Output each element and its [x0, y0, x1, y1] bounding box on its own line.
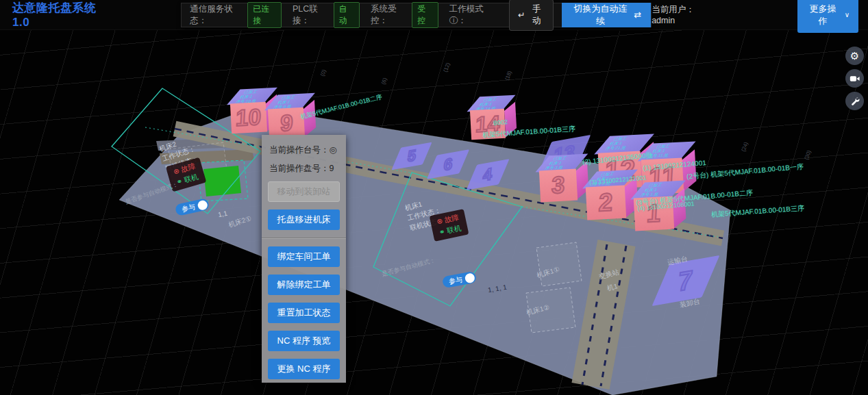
toggle-label: 参与	[181, 202, 196, 214]
status-item-1: PLC联接：自动	[293, 2, 360, 28]
chevron-down-icon: ∨	[845, 11, 850, 18]
header: 达意隆托盘系统 1.0 通信服务状态：已连接PLC联接：自动系统受控：受控 工作…	[0, 0, 868, 30]
link-icon: ⚭	[438, 227, 448, 236]
cube-number: 3	[551, 172, 565, 199]
status-label: 系统受控：	[371, 3, 410, 27]
cube-number: 10	[236, 104, 262, 131]
station-value: ◎	[330, 145, 337, 155]
cube-front: 10	[230, 102, 267, 134]
current-user: 当前用户：admin	[652, 4, 715, 25]
app-title: 达意隆托盘系统 1.0	[12, 0, 112, 29]
status-items: 通信服务状态：已连接PLC联接：自动系统受控：受控	[190, 2, 449, 28]
status-badge: 已连接	[247, 2, 282, 28]
status-badge: 受控	[412, 2, 438, 28]
cube-front: 2	[586, 186, 626, 220]
tools-button[interactable]	[845, 92, 864, 110]
toggle-knob	[197, 199, 208, 211]
fault-icon: ⊗	[173, 166, 183, 176]
wrench-icon	[850, 97, 860, 106]
menu-button-1[interactable]: 托盘移进机床	[268, 209, 340, 230]
gear-icon: ⚙	[850, 51, 859, 61]
menu-button-0[interactable]: 移动到装卸站	[268, 181, 340, 202]
manual-mode-button[interactable]: ↵ 手动	[509, 0, 554, 31]
work-mode: 工作模式ⓘ：	[449, 3, 498, 27]
tile-number: 4	[482, 164, 493, 185]
context-menu: 当前操作台号：◎ 当前操作盘号：9 移动到装卸站托盘移进机床绑定车间工单解除绑定…	[262, 135, 346, 383]
toggle-knob	[464, 272, 475, 283]
menu-button-2[interactable]: 绑定车间工单	[268, 246, 340, 267]
settings-button[interactable]: ⚙	[845, 47, 864, 65]
more-actions-button[interactable]: 更多操作 ∨	[797, 0, 858, 33]
switch-icon: ⇄	[634, 10, 641, 20]
status-item-0: 通信服务状态：已连接	[190, 2, 282, 28]
work-mode-label: 工作模式ⓘ：	[449, 3, 498, 27]
status-bar: 通信服务状态：已连接PLC联接：自动系统受控：受控 工作模式ⓘ： ↵ 手动 切换…	[181, 3, 652, 27]
tile-number: 7	[677, 264, 694, 297]
camera-icon	[850, 75, 860, 83]
menu-button-5[interactable]: NC 程序 预览	[268, 331, 340, 351]
status-label: PLC联接：	[293, 3, 332, 27]
scene-3d: 564137 已加工机床:1序号:10,批10已加工机床:1序号:9,批9已加工…	[0, 30, 868, 395]
menu-buttons: 移动到装卸站托盘移进机床绑定车间工单解除绑定工单重置加工状态NC 程序 预览更换…	[268, 181, 340, 379]
tile-number: 6	[443, 154, 454, 175]
machine-zone-1	[536, 242, 582, 286]
status-item-2: 系统受控：受控	[371, 2, 438, 28]
pallet-value: 9	[330, 164, 334, 173]
menu-divider	[262, 238, 346, 238]
menu-button-4[interactable]: 重置加工状态	[268, 303, 340, 323]
camera-button[interactable]	[845, 69, 864, 88]
menu-button-3[interactable]: 解除绑定工单	[268, 275, 340, 295]
status-label: 通信服务状态：	[190, 3, 246, 27]
return-icon: ↵	[518, 10, 525, 20]
status-badge: 自动	[334, 2, 360, 28]
menu-button-6[interactable]: 更换 NC 程序	[268, 359, 340, 379]
cube-number: 2	[598, 188, 613, 218]
pallet-info: 当前操作盘号：9	[269, 163, 340, 175]
cube-number: 9	[280, 110, 293, 137]
toggle-label: 参与	[448, 275, 463, 286]
station-info: 当前操作台号：◎	[269, 144, 340, 156]
tile-number: 5	[407, 146, 417, 166]
fault-icon: ⊗	[436, 216, 445, 225]
auto-continuous-button[interactable]: 切换为自动连续 ⇄	[562, 3, 652, 27]
cube-front: 3	[539, 169, 578, 203]
